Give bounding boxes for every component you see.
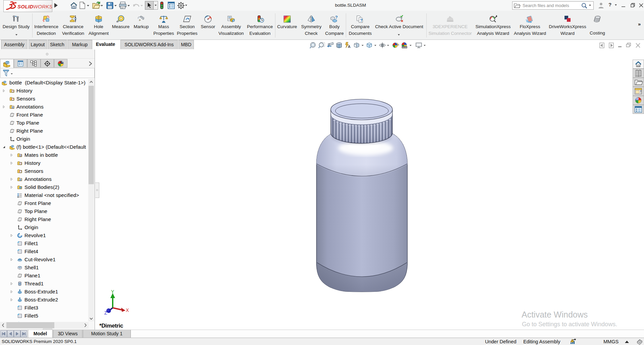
svg-text:?: ?	[335, 15, 338, 20]
svg-text:WORKS: WORKS	[33, 4, 52, 9]
svg-text:?: ?	[360, 18, 363, 23]
svg-text:SOLID: SOLID	[17, 4, 33, 9]
svg-text:Z: Z	[104, 310, 107, 316]
svg-text:A: A	[348, 45, 351, 49]
svg-text:X: X	[126, 307, 129, 313]
svg-text:!: !	[572, 340, 572, 342]
